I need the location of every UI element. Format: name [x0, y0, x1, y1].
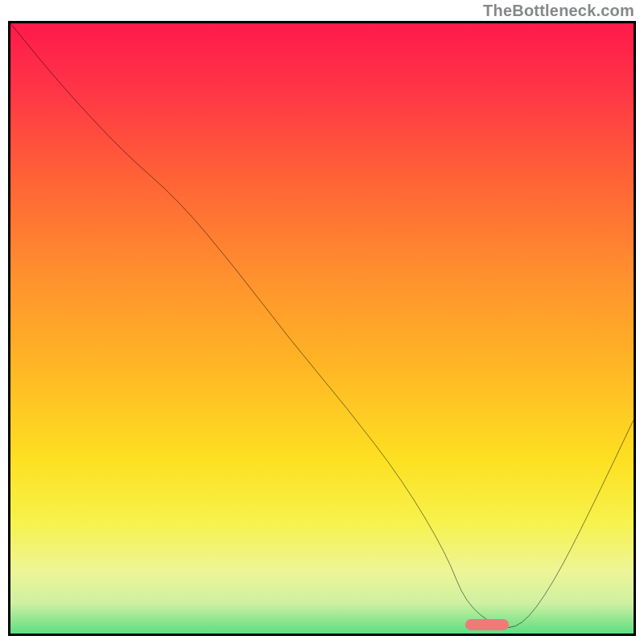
bottleneck-curve [10, 23, 634, 634]
optimum-marker [465, 619, 509, 630]
chart-frame [8, 21, 636, 636]
watermark-text: TheBottleneck.com [483, 2, 634, 20]
